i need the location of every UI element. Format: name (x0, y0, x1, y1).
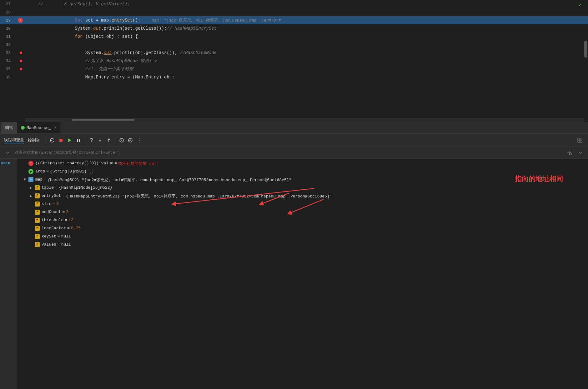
var-val-7: 12 (68, 218, 73, 222)
var-toggle-8 (28, 226, 33, 231)
var-icon-f-entryset: f (35, 193, 40, 198)
breakpoint-35 (20, 68, 22, 70)
var-icon-map: ≡ (28, 177, 33, 182)
line-num-29: 29 (0, 18, 16, 23)
pause-btn[interactable] (74, 136, 83, 145)
toolbar-label-console[interactable]: 控制台 (28, 137, 40, 143)
var-eq-1: = (46, 169, 49, 174)
var-row-map: ▼ ≡ map = {HashMap@502} "{no2=张无忌, no1=韩… (17, 176, 588, 184)
var-toggle-2[interactable]: ▼ (22, 177, 27, 182)
evaluate-btn[interactable] (126, 136, 135, 145)
editor-wrapper: 27 // K getKey(); V getValue(); ✓ 28 29 … (0, 0, 588, 389)
tab-mapsource[interactable]: MapSource_ × (17, 122, 61, 133)
svg-rect-13 (578, 141, 580, 142)
editor-scrollbar[interactable] (584, 41, 587, 58)
editor-hscrollbar-track (25, 118, 584, 122)
stop-btn[interactable] (57, 136, 65, 145)
line-num-36: 36 (0, 75, 16, 80)
var-val-10: null (61, 242, 71, 247)
var-name-2: map (35, 177, 43, 182)
code-line-36: 36 Map.Entry entry = (Map.Entry) obj; (0, 73, 588, 81)
expr-dropdown[interactable] (3, 148, 12, 157)
var-toggle-7 (28, 218, 33, 223)
step-out-btn[interactable] (104, 136, 113, 145)
line-num-30: 30 (0, 26, 16, 31)
svg-marker-1 (68, 138, 71, 142)
line-content-27: // K getKey(); V getValue(); (25, 2, 588, 7)
expr-add-btn[interactable]: + (565, 148, 574, 157)
var-icon-f-values: f (35, 242, 40, 247)
var-val-2: {HashMap@502} "{no2=张无忌, no1=韩顺平, com.hs… (48, 177, 291, 183)
rerun-btn[interactable] (48, 136, 57, 145)
var-val-3: {HashMap$Node[16]@522} (59, 185, 113, 190)
var-icon-f-threshold: f (35, 218, 40, 223)
code-lines: 27 // K getKey(); V getValue(); ✓ 28 29 … (0, 0, 588, 81)
left-col: main (0, 159, 17, 389)
var-toggle-5 (28, 202, 33, 207)
var-toggle-3[interactable]: ▶ (28, 185, 33, 190)
gutter-33 (16, 52, 25, 54)
var-icon-f-keyset: f (35, 234, 40, 239)
var-icon-f-modcount: f (35, 210, 40, 215)
gutter-34 (16, 60, 25, 62)
svg-rect-0 (59, 139, 63, 142)
panel-layout: main ! ((String)set.toArray()[0]).value … (0, 159, 588, 389)
var-toggle-1 (22, 169, 27, 174)
var-row-threshold: f threshold = 12 (17, 217, 588, 225)
var-eq-8: = (67, 226, 70, 231)
var-eq-0: = (115, 161, 117, 166)
breakpoint-29: ✓ (18, 18, 23, 23)
svg-rect-11 (578, 138, 580, 140)
expr-bar: + (0, 147, 588, 159)
layout-btn[interactable] (575, 136, 584, 145)
svg-rect-3 (79, 139, 80, 142)
var-row-table: ▶ f table = {HashMap$Node[16]@522} (17, 184, 588, 192)
var-toggle-9 (28, 234, 33, 239)
resume-btn[interactable] (65, 136, 74, 145)
var-row-values: f values = null (17, 241, 588, 249)
gutter-29: ✓ (16, 18, 25, 23)
var-name-5: size (42, 202, 51, 206)
var-eq-10: = (58, 242, 60, 247)
run-cursor-btn[interactable] (117, 136, 126, 145)
var-name-1: args (35, 169, 45, 174)
line-num-32: 32 (0, 42, 16, 47)
var-icon-f-loadfactor: f (35, 226, 40, 231)
step-into-btn[interactable] (96, 136, 104, 145)
expr-input[interactable] (14, 150, 562, 155)
line-content-36: Map.Entry entry = (Map.Entry) obj; (25, 70, 588, 85)
expr-chevron[interactable] (576, 148, 585, 157)
var-toggle-10 (28, 242, 33, 247)
var-row-keyset: f keySet = null (17, 233, 588, 241)
tab-debug[interactable]: 调试 (1, 122, 17, 133)
code-editor: 27 // K getKey(); V getValue(); ✓ 28 29 … (0, 0, 588, 122)
var-name-0: ((String)set.toArray()[0]).value (35, 161, 113, 166)
var-name-9: keySet (42, 234, 56, 239)
var-val-0: 找不到局部变量'set' (118, 161, 159, 167)
svg-rect-14 (580, 141, 582, 142)
toolbar-label-threads[interactable]: 线程和变量 (4, 137, 24, 143)
var-toggle-4[interactable]: ▶ (28, 193, 33, 198)
line-num-34: 34 (0, 59, 16, 63)
var-eq-2: = (44, 177, 46, 182)
toolbar-right (575, 136, 584, 145)
editor-hscrollbar-thumb[interactable] (72, 119, 134, 121)
var-name-7: threshold (42, 218, 63, 222)
var-icon-f-table: f (35, 185, 40, 190)
var-eq-9: = (58, 234, 60, 239)
breakpoint-34 (20, 60, 22, 62)
var-val-6: 3 (66, 210, 68, 214)
var-eq-7: = (65, 218, 67, 222)
gutter-35 (16, 68, 25, 70)
var-val-5: 3 (56, 202, 59, 206)
var-row-modcount: f modCount = 3 (17, 209, 588, 217)
var-row-entryset: ▶ f entrySet = {HashMap$EntrySet@523} "[… (17, 192, 588, 201)
var-val-4: {HashMap$EntrySet@523} "[no2=张无忌, no1=韩顺… (66, 193, 332, 199)
tab-close-btn[interactable]: × (54, 125, 57, 130)
var-eq-5: = (53, 202, 55, 206)
line-num-27: 27 (0, 2, 16, 7)
step-over-btn[interactable] (87, 136, 96, 145)
checkmark-27: ✓ (578, 1, 582, 8)
more-options-btn[interactable]: ⋮ (135, 136, 143, 145)
svg-rect-12 (580, 138, 582, 140)
